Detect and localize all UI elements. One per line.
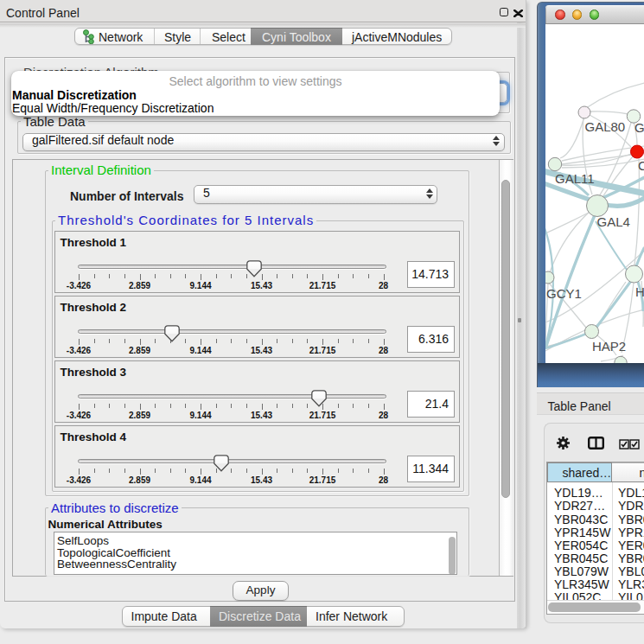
svg-text:C: C: [638, 158, 644, 173]
svg-text:H: H: [635, 284, 644, 299]
svg-text:GAL4: GAL4: [596, 214, 629, 229]
svg-text:GAL80: GAL80: [584, 119, 625, 134]
svg-text:HAP2: HAP2: [592, 339, 626, 354]
svg-text:GA: GA: [634, 120, 644, 135]
svg-text:GCY1: GCY1: [546, 286, 582, 301]
svg-text:GAL11: GAL11: [555, 171, 595, 186]
